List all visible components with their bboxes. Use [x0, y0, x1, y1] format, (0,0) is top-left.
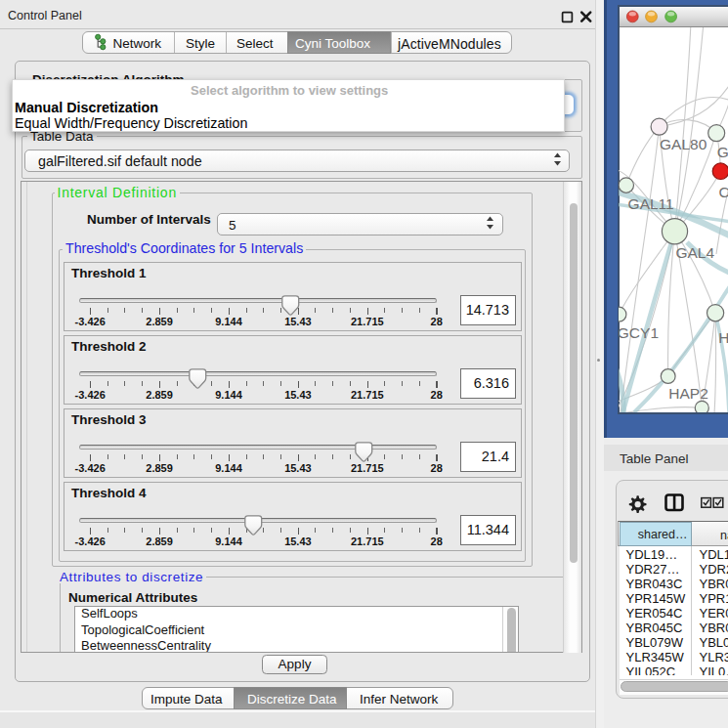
- svg-text:HAP2: HAP2: [668, 384, 708, 401]
- svg-text:CYC8: CYC8: [719, 183, 728, 199]
- svg-text:GAL4: GAL4: [675, 244, 714, 261]
- svg-text:GAL80: GAL80: [660, 135, 707, 151]
- svg-text:GAL11: GAL11: [628, 194, 674, 211]
- svg-text:GCY1: GCY1: [619, 323, 659, 340]
- svg-text:GAL3: GAL3: [717, 143, 728, 159]
- svg-text:HIS7: HIS7: [718, 329, 728, 346]
